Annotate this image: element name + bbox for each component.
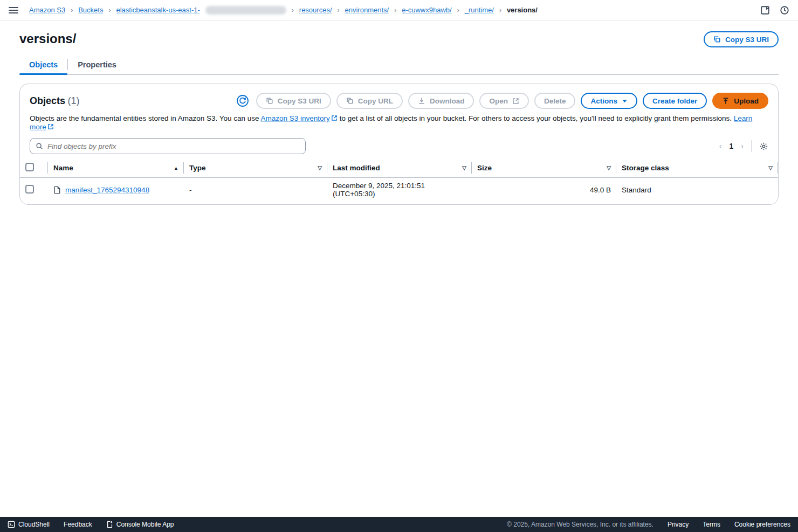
console-footer: CloudShell Feedback Console Mobile App ©… <box>0 517 798 532</box>
breadcrumb-environments[interactable]: environments/ <box>345 6 389 14</box>
refresh-button[interactable] <box>235 93 251 109</box>
cookie-preferences-link[interactable]: Cookie preferences <box>734 521 790 528</box>
breadcrumb-separator: › <box>71 6 73 14</box>
chevron-down-icon <box>622 98 628 104</box>
pager-divider <box>751 140 752 152</box>
objects-table: Name▲ Type▽ Last modified▽ Size▽ Storage… <box>20 158 778 204</box>
sort-icon[interactable]: ▽ <box>462 165 466 171</box>
row-name-cell: manifest_1765294310948 <box>48 178 184 205</box>
breadcrumb: Amazon S3 › Buckets › elasticbeanstalk-u… <box>29 6 760 15</box>
breadcrumb-separator: › <box>457 6 459 14</box>
column-header-last-modified[interactable]: Last modified▽ <box>327 158 472 178</box>
objects-toolbar: Copy S3 URI Copy URL Download Open Delet… <box>235 93 768 109</box>
breadcrumb-runtime[interactable]: _runtime/ <box>465 6 494 14</box>
upload-button[interactable]: Upload <box>712 93 768 109</box>
copy-icon <box>346 97 354 105</box>
copy-s3-uri-header-button[interactable]: Copy S3 URI <box>704 31 779 47</box>
mobile-app-icon <box>106 521 113 528</box>
column-header-type[interactable]: Type▽ <box>184 158 327 178</box>
refresh-icon <box>236 94 249 107</box>
row-last-modified-cell: December 9, 2025, 21:01:51 (UTC+05:30) <box>327 178 472 205</box>
tab-properties[interactable]: Properties <box>68 55 126 74</box>
breadcrumb-buckets[interactable]: Buckets <box>78 6 103 14</box>
breadcrumb-separator: › <box>292 6 294 14</box>
previous-page-icon[interactable]: ‹ <box>719 142 722 150</box>
file-icon <box>53 186 61 194</box>
console-mobile-app-button[interactable]: Console Mobile App <box>106 521 174 528</box>
terms-link[interactable]: Terms <box>703 521 720 528</box>
copy-icon <box>713 36 721 43</box>
cloudshell-icon <box>8 521 15 528</box>
preferences-gear-icon[interactable] <box>759 142 768 151</box>
breadcrumb-separator: › <box>108 6 111 14</box>
row-storage-class-cell: Standard <box>616 178 778 205</box>
table-header-row: Name▲ Type▽ Last modified▽ Size▽ Storage… <box>20 158 778 178</box>
download-icon <box>418 97 425 105</box>
select-all-header <box>20 158 48 178</box>
column-header-size[interactable]: Size▽ <box>472 158 616 178</box>
create-folder-button[interactable]: Create folder <box>643 93 707 109</box>
find-objects-input[interactable] <box>47 142 300 150</box>
breadcrumb-bar: Amazon S3 › Buckets › elasticbeanstalk-u… <box>0 0 798 20</box>
recent-history-clock-icon[interactable] <box>780 5 789 15</box>
column-header-storage-class[interactable]: Storage class▽ <box>616 158 778 178</box>
open-button[interactable]: Open <box>479 93 529 109</box>
redacted-bucket-name-blur <box>205 6 286 15</box>
row-type-cell: - <box>184 178 327 205</box>
table-row: manifest_1765294310948 - December 9, 202… <box>20 178 778 205</box>
breadcrumb-resources[interactable]: resources/ <box>299 6 332 14</box>
search-box <box>30 138 306 154</box>
copy-s3-uri-button[interactable]: Copy S3 URI <box>256 93 331 109</box>
search-icon <box>36 142 43 150</box>
next-page-icon[interactable]: › <box>741 142 744 150</box>
download-button[interactable]: Download <box>408 93 474 109</box>
row-select-cell <box>20 178 48 205</box>
breadcrumb-current-versions: versions/ <box>507 6 538 14</box>
external-link-icon <box>47 123 54 132</box>
privacy-link[interactable]: Privacy <box>668 521 689 528</box>
hamburger-menu-icon[interactable] <box>9 7 18 13</box>
external-link-icon <box>331 115 338 123</box>
sort-icon[interactable]: ▽ <box>318 165 322 171</box>
upload-icon <box>722 97 730 105</box>
sort-icon[interactable]: ▽ <box>768 165 773 171</box>
page-title: versions/ <box>19 31 76 46</box>
actions-dropdown-button[interactable]: Actions <box>581 93 637 109</box>
objects-panel: Objects (1) Copy S3 URI Copy URL Downloa… <box>19 84 779 205</box>
feedback-button[interactable]: Feedback <box>64 521 92 528</box>
objects-count: (1) <box>67 95 79 106</box>
notebook-panel-icon[interactable] <box>760 5 770 15</box>
sort-icon[interactable]: ▽ <box>607 165 611 171</box>
tab-objects[interactable]: Objects <box>19 55 67 74</box>
select-all-checkbox[interactable] <box>25 163 34 171</box>
breadcrumb-environment-id[interactable]: e-cuwwx9hawb/ <box>402 6 452 14</box>
breadcrumb-amazon-s3[interactable]: Amazon S3 <box>29 6 65 14</box>
copy-url-button[interactable]: Copy URL <box>336 93 403 109</box>
tab-bar: Objects Properties <box>19 55 779 75</box>
breadcrumb-separator: › <box>338 6 340 14</box>
sort-ascending-icon[interactable]: ▲ <box>174 165 178 171</box>
row-checkbox[interactable] <box>25 185 34 194</box>
object-name-link[interactable]: manifest_1765294310948 <box>65 186 149 194</box>
objects-description: Objects are the fundamental entities sto… <box>20 109 778 132</box>
cloudshell-button[interactable]: CloudShell <box>8 521 50 528</box>
copy-icon <box>266 97 273 105</box>
pagination: ‹ 1 › <box>719 140 768 152</box>
page-number[interactable]: 1 <box>730 142 734 150</box>
delete-button[interactable]: Delete <box>534 93 576 109</box>
copyright-text: © 2025, Amazon Web Services, Inc. or its… <box>507 521 653 528</box>
breadcrumb-separator: › <box>394 6 396 14</box>
breadcrumb-separator: › <box>499 6 501 14</box>
row-size-cell: 49.0 B <box>472 178 616 205</box>
column-header-name[interactable]: Name▲ <box>48 158 184 178</box>
external-link-icon <box>512 98 519 105</box>
objects-panel-title: Objects (1) <box>30 95 79 107</box>
amazon-s3-inventory-link[interactable]: Amazon S3 inventory <box>261 114 330 122</box>
breadcrumb-bucket-name[interactable]: elasticbeanstalk-us-east-1- <box>116 6 200 14</box>
